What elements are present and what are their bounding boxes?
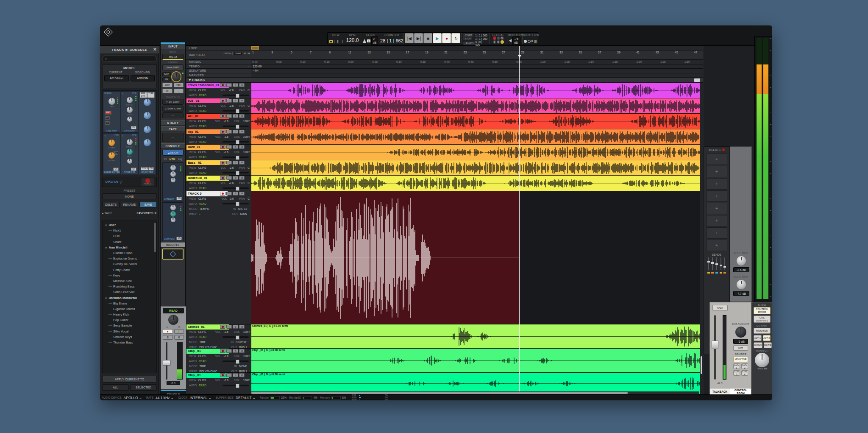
auto-value[interactable]: READ: [199, 384, 206, 387]
apply-selected-button[interactable]: SELECTED: [130, 384, 157, 391]
preset-item[interactable]: Sexy Sample: [103, 323, 156, 328]
track-header[interactable]: Clap _01ISMVIEWCLIPSVOL-2.6100L100RAUTOR…: [186, 349, 251, 373]
volume-slider[interactable]: [223, 385, 249, 386]
auto-value[interactable]: READ: [199, 360, 206, 363]
audio-clip[interactable]: Chimes_01 | G | ♯ 0.00 semi: [251, 324, 703, 348]
tree-group[interactable]: ∨Brendan Morawski: [103, 295, 156, 300]
track-solo-button[interactable]: S: [233, 99, 238, 103]
track-lane[interactable]: [251, 145, 703, 160]
tags-toggle[interactable]: ▸ TAGS: [102, 212, 112, 215]
source-monitor-button[interactable]: MONITOR: [733, 357, 748, 362]
track-mute-button[interactable]: M: [239, 83, 245, 87]
preset-item[interactable]: Snare: [103, 239, 156, 245]
dim-amount-knob[interactable]: [735, 327, 746, 338]
vol-pan-values[interactable]: VOL-2.6100L100R: [213, 120, 250, 123]
console-tab-in[interactable]: IN: [162, 157, 168, 161]
volume-slider[interactable]: [223, 95, 249, 96]
unison-slot[interactable]: Neve 88RS: [162, 64, 184, 70]
view-value[interactable]: CLIPS: [198, 151, 206, 154]
vol-pan-values[interactable]: VOL-2.6PANC: [218, 89, 250, 92]
track-mute-button[interactable]: M: [239, 325, 245, 329]
click-count[interactable]: 1: [367, 39, 370, 42]
in-button[interactable]: IN: [162, 77, 171, 81]
global-chip[interactable]: I: [497, 36, 500, 40]
auto-value[interactable]: READ: [199, 125, 206, 128]
forward-button[interactable]: ▶|: [414, 33, 423, 43]
track-record-arm[interactable]: [220, 145, 225, 149]
console-section-header[interactable]: CONSOLE: [161, 143, 185, 149]
auto-value[interactable]: READ: [199, 202, 206, 205]
track-record-arm[interactable]: [220, 325, 225, 329]
master-insert-slot[interactable]: +: [706, 240, 727, 251]
track-mute-button[interactable]: M: [239, 99, 245, 103]
vertical-scrollbar[interactable]: [700, 83, 703, 394]
pad-button[interactable]: PAD: [105, 111, 111, 115]
show-control-room-button[interactable]: CONTROL ROOM: [754, 307, 771, 314]
preset-item[interactable]: Massive Kick: [103, 278, 156, 284]
loop-button[interactable]: ↻: [451, 33, 460, 43]
ruler-row-markers[interactable]: MARKERS: [186, 73, 251, 78]
volume-slider[interactable]: [223, 126, 249, 127]
track-input-button[interactable]: I: [226, 83, 232, 87]
inserts-section-header[interactable]: INSERTS: [161, 242, 185, 248]
input-select[interactable]: MIC 18: [162, 54, 184, 60]
tracks-header-bar[interactable]: ▾ TRACKS: [186, 78, 251, 83]
preset-item[interactable]: Keys: [103, 273, 156, 278]
track-record-arm[interactable]: [220, 161, 225, 165]
view-columns-icon[interactable]: [334, 40, 338, 43]
volume-slider[interactable]: [223, 187, 249, 189]
preset-item[interactable]: Smooth Keys: [103, 334, 156, 340]
track-record-arm[interactable]: [220, 114, 225, 118]
rtz-button[interactable]: |◀: [405, 33, 414, 43]
track-lane[interactable]: [251, 98, 703, 114]
counter-value[interactable]: 28 | 1 | 662: [380, 38, 403, 43]
vision-strip-button[interactable]: ◈ VISION: [162, 150, 184, 156]
status-value-dropdown[interactable]: DEFAULT ⌄: [236, 396, 256, 400]
view-value[interactable]: CLIPS: [198, 197, 206, 200]
ruler-lane-4[interactable]: › 4/4: [251, 69, 703, 73]
track-record-arm[interactable]: [220, 349, 225, 353]
fader-cap[interactable]: [163, 360, 171, 366]
track-solo-button[interactable]: S: [233, 145, 238, 149]
power-button[interactable]: [146, 179, 150, 183]
mono-button[interactable]: MONO: [754, 342, 762, 348]
ruler-row-signature[interactable]: SIGNATURE: [186, 69, 251, 73]
track-input-button[interactable]: I: [226, 176, 232, 180]
track-lane[interactable]: Clap _01 | G | ♯ 0.00 semi: [251, 349, 703, 373]
record-arm-button[interactable]: ●: [163, 329, 173, 334]
alt2-button[interactable]: ALT 2: [763, 335, 771, 341]
autoscroll-icon[interactable]: ⇥: [247, 52, 250, 55]
track-header[interactable]: Barn_01ISMVIEWCLIPSVOL-2.6100L100RAUTORE…: [186, 145, 251, 160]
tempo-value[interactable]: 120.00: [253, 65, 262, 68]
alt2-trim-knob[interactable]: [737, 280, 746, 289]
audio-clip[interactable]: [251, 160, 703, 176]
master-insert-slot[interactable]: +: [706, 215, 727, 226]
vol-pan-values[interactable]: VOL-2.6100L100R: [213, 135, 250, 138]
phantom-48v-button[interactable]: 48V: [162, 83, 172, 87]
playhead[interactable]: [519, 46, 520, 394]
bpm-value[interactable]: 120.0: [346, 37, 359, 43]
record-fx-slot-1[interactable]: P De-Esser: [162, 99, 184, 105]
click-db[interactable]: 0 dB: [371, 36, 378, 45]
master-insert-slot[interactable]: +: [706, 178, 727, 190]
volume-slider[interactable]: [223, 110, 249, 112]
view-value[interactable]: CLIPS: [198, 135, 206, 138]
audio-clip[interactable]: [251, 114, 703, 129]
auto-value[interactable]: READ: [199, 171, 206, 174]
link-icon[interactable]: ∞: [243, 51, 246, 55]
save-button[interactable]: SAVE: [139, 202, 157, 207]
view-value[interactable]: CLIPS: [198, 104, 206, 107]
inserts-power-led[interactable]: [722, 148, 725, 151]
track-mute-button[interactable]: M: [239, 373, 245, 377]
record-fx-add-slot[interactable]: +: [162, 112, 184, 118]
audio-clip[interactable]: Clap _01 | G | ♯ 0.00 semi: [251, 349, 703, 372]
volume-slider[interactable]: [223, 336, 249, 338]
vol-pan-values[interactable]: VOL-2.6100L100R: [213, 379, 250, 382]
track-mute-button[interactable]: M: [239, 349, 245, 353]
view-value[interactable]: CLIPS: [198, 379, 206, 382]
audio-clip[interactable]: [251, 176, 703, 191]
view-value[interactable]: CLIPS: [198, 182, 206, 184]
solo-button[interactable]: S: [163, 335, 173, 340]
track-mute-button[interactable]: M: [239, 192, 245, 196]
preset-item[interactable]: Rumbling Bass: [103, 284, 156, 289]
